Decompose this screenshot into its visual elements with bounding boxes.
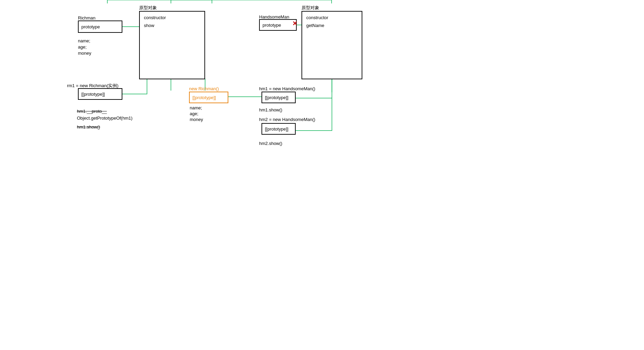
new-richman-label: new Richman() <box>189 86 219 91</box>
handsomeman-prototype-box: prototype <box>259 19 297 31</box>
richman-prototype-text: prototype <box>81 24 100 29</box>
rm1-proto-box: [[prototype]] <box>78 88 122 100</box>
richman-label: Richman <box>78 15 95 21</box>
new-richman-proto-text: [[prototype]] <box>192 95 216 100</box>
hm2-proto-text: [[prototype]] <box>265 126 289 132</box>
hm1-proto-box: [[prototype]] <box>261 92 296 103</box>
hm2-show: hm2.show() <box>259 141 282 146</box>
hm1-show-note: hm1.show() <box>77 124 100 130</box>
right-proto-header: 原型对象 <box>301 5 319 11</box>
handsomeman-prototype-text: prototype <box>263 23 281 28</box>
new-richman-proto-box: [[prototype]] <box>189 92 228 103</box>
cross-mark: ✕ <box>292 20 297 27</box>
new-richman-field-money: money <box>190 117 203 122</box>
hm1-instance-label: hm1 = new HandsomeMan() <box>259 86 315 91</box>
hm2-proto-box: [[prototype]] <box>261 123 296 135</box>
hm1-proto-text: [[prototype]] <box>265 95 289 100</box>
richman-field-age: age; <box>78 44 86 50</box>
left-proto-header: 原型对象 <box>139 5 157 11</box>
hm2-instance-label: hm2 = new HandsomeMan() <box>259 117 315 122</box>
right-proto-box: constructor getName <box>301 11 362 79</box>
handsomeman-label: HandsomeMan <box>259 14 289 19</box>
new-richman-field-name: name; <box>190 105 202 110</box>
left-proto-method-show: show <box>144 23 200 28</box>
richman-field-money: money <box>78 51 91 56</box>
left-proto-box: constructor show <box>139 11 205 79</box>
rm1-proto-text: [[prototype]] <box>81 92 105 97</box>
right-proto-method-getname: getName <box>306 23 358 28</box>
hm1-proto-note: hm1.__proto__ <box>77 109 107 114</box>
richman-prototype-box: prototype <box>78 21 122 33</box>
hm1-show: hm1.show() <box>259 107 282 112</box>
object-get-proto-note: Object.getPrototypeOf(hm1) <box>77 116 133 121</box>
right-proto-method-constructor: constructor <box>306 15 358 20</box>
left-proto-method-constructor: constructor <box>144 15 200 20</box>
new-richman-field-age: age; <box>190 111 198 116</box>
richman-field-name: name; <box>78 38 90 43</box>
